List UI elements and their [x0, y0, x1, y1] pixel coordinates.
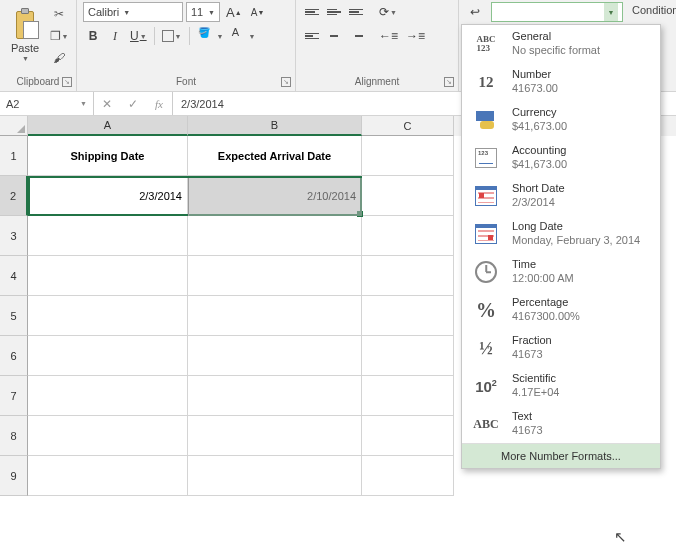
conditional-formatting-button[interactable]: Condition — [629, 4, 676, 16]
name-box[interactable]: A2 ▼ — [0, 92, 94, 115]
cell-a9[interactable] — [28, 456, 188, 496]
cell-c3[interactable] — [362, 216, 454, 256]
cell-c5[interactable] — [362, 296, 454, 336]
row-header-6[interactable]: 6 — [0, 336, 28, 376]
format-fraction[interactable]: ½ Fraction41673 — [462, 329, 660, 367]
align-bottom-button[interactable] — [346, 2, 366, 22]
paste-label: Paste — [11, 42, 39, 54]
number-format-dropdown: ABC123 GeneralNo specific format 12 Numb… — [461, 24, 661, 469]
align-left-button[interactable] — [302, 26, 322, 46]
orientation-button[interactable]: ⟳▼ — [376, 2, 400, 22]
col-header-a[interactable]: A — [28, 116, 188, 136]
format-scientific[interactable]: 102 Scientific4.17E+04 — [462, 367, 660, 405]
cell-b5[interactable] — [188, 296, 362, 336]
general-icon: ABC123 — [470, 30, 502, 58]
accounting-icon — [470, 144, 502, 172]
format-accounting[interactable]: Accounting$41,673.00 — [462, 139, 660, 177]
border-icon — [162, 30, 174, 42]
format-painter-button[interactable]: 🖌 — [48, 48, 70, 68]
cell-c1[interactable] — [362, 136, 454, 176]
paste-button[interactable]: Paste ▼ — [6, 2, 44, 70]
align-middle-button[interactable] — [324, 2, 344, 22]
underline-button[interactable]: U▼ — [127, 26, 150, 46]
col-header-b[interactable]: B — [188, 116, 362, 136]
cell-c9[interactable] — [362, 456, 454, 496]
cell-b4[interactable] — [188, 256, 362, 296]
clipboard-group-label: Clipboard — [17, 76, 60, 87]
cell-b8[interactable] — [188, 416, 362, 456]
number-format-dropdown-arrow[interactable]: ▼ — [604, 3, 618, 21]
fill-color-button[interactable]: 🪣 — [194, 26, 214, 46]
borders-button[interactable]: ▼ — [159, 26, 185, 46]
cut-button[interactable]: ✂ — [48, 4, 70, 24]
row-header-3[interactable]: 3 — [0, 216, 28, 256]
row-header-2[interactable]: 2 — [0, 176, 28, 216]
cell-c8[interactable] — [362, 416, 454, 456]
text-icon: ABC — [470, 410, 502, 438]
confirm-formula-button[interactable]: ✓ — [120, 92, 146, 115]
mouse-cursor: ↖ — [614, 528, 627, 546]
align-top-button[interactable] — [302, 2, 322, 22]
cell-b3[interactable] — [188, 216, 362, 256]
decrease-indent-button[interactable]: ←≡ — [376, 26, 401, 46]
more-number-formats[interactable]: More Number Formats... — [462, 443, 660, 468]
format-number[interactable]: 12 Number41673.00 — [462, 63, 660, 101]
align-center-button[interactable] — [324, 26, 344, 46]
row-header-9[interactable]: 9 — [0, 456, 28, 496]
font-name-combo[interactable]: Calibri▼ — [83, 2, 183, 22]
x-icon: ✕ — [102, 97, 112, 111]
font-size-combo[interactable]: 11▼ — [186, 2, 220, 22]
cell-c7[interactable] — [362, 376, 454, 416]
copy-button[interactable]: ❐▼ — [48, 26, 70, 46]
row-header-5[interactable]: 5 — [0, 296, 28, 336]
grow-font-button[interactable]: A▲ — [223, 2, 245, 22]
format-percentage[interactable]: % Percentage4167300.00% — [462, 291, 660, 329]
italic-button[interactable]: I — [105, 26, 125, 46]
select-all-corner[interactable] — [0, 116, 28, 136]
cell-b1[interactable]: Expected Arrival Date — [188, 136, 362, 176]
row-header-7[interactable]: 7 — [0, 376, 28, 416]
number-format-combo[interactable]: ▼ — [491, 2, 623, 22]
cell-a1[interactable]: Shipping Date — [28, 136, 188, 176]
row-header-8[interactable]: 8 — [0, 416, 28, 456]
format-short-date[interactable]: Short Date2/3/2014 — [462, 177, 660, 215]
name-box-value: A2 — [6, 98, 19, 110]
cell-a5[interactable] — [28, 296, 188, 336]
row-header-1[interactable]: 1 — [0, 136, 28, 176]
row-header-4[interactable]: 4 — [0, 256, 28, 296]
font-color-button[interactable]: A — [225, 26, 245, 46]
cell-a8[interactable] — [28, 416, 188, 456]
bold-button[interactable]: B — [83, 26, 103, 46]
font-group: Calibri▼ 11▼ A▲ A▼ B I U▼ ▼ 🪣 ▼ A ▼ Font… — [77, 0, 296, 91]
format-general[interactable]: ABC123 GeneralNo specific format — [462, 25, 660, 63]
insert-function-button[interactable]: fx — [146, 92, 172, 115]
increase-indent-button[interactable]: →≡ — [403, 26, 428, 46]
cell-b7[interactable] — [188, 376, 362, 416]
cell-c2[interactable] — [362, 176, 454, 216]
format-long-date[interactable]: Long DateMonday, February 3, 2014 — [462, 215, 660, 253]
clipboard-group: Paste ▼ ✂ ❐▼ 🖌 Clipboard↘ — [0, 0, 77, 91]
clipboard-dialog-launcher[interactable]: ↘ — [62, 77, 72, 87]
shrink-font-button[interactable]: A▼ — [248, 2, 268, 22]
cell-a3[interactable] — [28, 216, 188, 256]
alignment-dialog-launcher[interactable]: ↘ — [444, 77, 454, 87]
cell-b9[interactable] — [188, 456, 362, 496]
cell-a6[interactable] — [28, 336, 188, 376]
cell-c6[interactable] — [362, 336, 454, 376]
fraction-icon: ½ — [470, 334, 502, 362]
cell-a2[interactable]: 2/3/2014 — [28, 176, 188, 216]
cell-b6[interactable] — [188, 336, 362, 376]
number-icon: 12 — [470, 68, 502, 96]
format-text[interactable]: ABC Text41673 — [462, 405, 660, 443]
cell-a7[interactable] — [28, 376, 188, 416]
cell-a4[interactable] — [28, 256, 188, 296]
cancel-formula-button[interactable]: ✕ — [94, 92, 120, 115]
wrap-text-button[interactable]: ↩ — [465, 2, 485, 22]
cell-c4[interactable] — [362, 256, 454, 296]
align-right-button[interactable] — [346, 26, 366, 46]
alignment-group-label: Alignment — [355, 76, 399, 87]
col-header-c[interactable]: C — [362, 116, 454, 136]
format-currency[interactable]: Currency$41,673.00 — [462, 101, 660, 139]
font-dialog-launcher[interactable]: ↘ — [281, 77, 291, 87]
format-time[interactable]: Time12:00:00 AM — [462, 253, 660, 291]
